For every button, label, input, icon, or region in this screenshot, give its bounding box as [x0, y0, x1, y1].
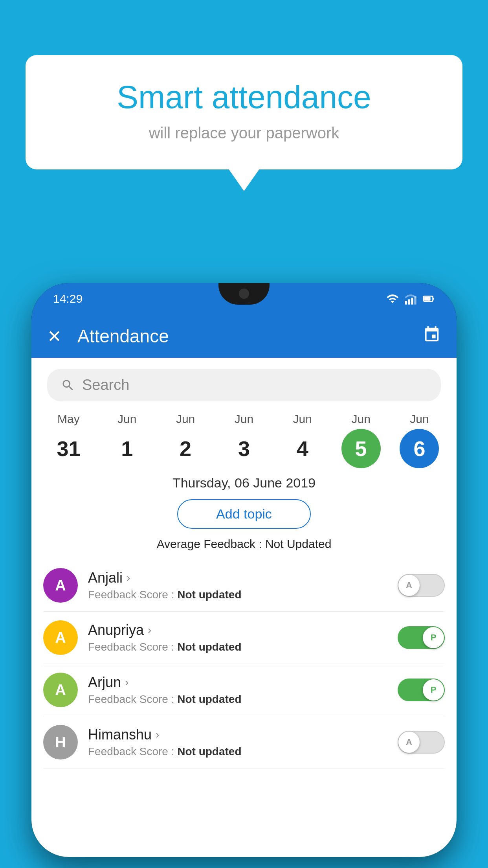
- svg-rect-2: [411, 298, 413, 304]
- toggle-anjali[interactable]: A: [398, 574, 445, 597]
- svg-rect-6: [424, 297, 431, 300]
- avg-feedback: Average Feedback : Not Updated: [31, 537, 457, 551]
- cal-month-5: Jun: [334, 412, 387, 426]
- toggle-knob-anjali: A: [398, 575, 420, 596]
- cal-day-4[interactable]: 4: [276, 429, 329, 468]
- cal-day-2[interactable]: 2: [159, 429, 212, 468]
- search-placeholder: Search: [82, 377, 129, 394]
- cal-month-2: Jun: [159, 412, 212, 426]
- avg-feedback-value: Not Updated: [265, 537, 331, 550]
- calendar-months-row: May Jun Jun Jun Jun Jun Jun: [39, 412, 449, 426]
- cal-month-3: Jun: [217, 412, 270, 426]
- calendar-strip: May Jun Jun Jun Jun Jun Jun 31 1 2 3 4 5…: [31, 412, 457, 468]
- toggle-knob-himanshu: A: [398, 732, 420, 753]
- toggle-anupriya[interactable]: P: [398, 626, 445, 649]
- cal-day-3[interactable]: 3: [217, 429, 270, 468]
- cal-day-0[interactable]: 31: [42, 429, 95, 468]
- student-info-anupriya: Anupriya › Feedback Score : Not updated: [88, 622, 387, 653]
- student-row-anupriya[interactable]: A Anupriya › Feedback Score : Not update…: [43, 612, 445, 664]
- phone-frame: 14:29 ✕ Attendance: [31, 283, 457, 857]
- phone-wrapper: 14:29 ✕ Attendance: [31, 283, 457, 868]
- cal-month-4: Jun: [276, 412, 329, 426]
- svg-rect-5: [433, 298, 434, 300]
- toggle-knob-anupriya: P: [423, 627, 444, 648]
- cal-month-0: May: [42, 412, 95, 426]
- search-icon: [61, 378, 75, 392]
- status-icons: [386, 292, 435, 305]
- speech-bubble: Smart attendance will replace your paper…: [26, 55, 462, 169]
- student-row-himanshu[interactable]: H Himanshu › Feedback Score : Not update…: [43, 716, 445, 769]
- student-name-arjun: Arjun ›: [88, 674, 387, 691]
- student-row-arjun[interactable]: A Arjun › Feedback Score : Not updated P: [43, 664, 445, 716]
- phone-screen: Search May Jun Jun Jun Jun Jun Jun 31 1 …: [31, 358, 457, 857]
- cal-day-num-1: 1: [107, 429, 147, 468]
- avatar-anupriya: A: [43, 620, 78, 655]
- chevron-arjun: ›: [125, 676, 128, 689]
- signal-icon: [404, 292, 417, 305]
- student-name-anjali: Anjali ›: [88, 570, 387, 586]
- speech-bubble-subtitle: will replace your paperwork: [45, 124, 443, 142]
- chevron-anjali: ›: [127, 572, 130, 584]
- toggle-knob-arjun: P: [423, 679, 444, 701]
- avatar-anjali: A: [43, 568, 78, 603]
- calendar-svg: [423, 326, 441, 344]
- cal-day-num-6: 6: [400, 429, 439, 468]
- cal-day-num-5: 5: [341, 429, 381, 468]
- avatar-himanshu: H: [43, 725, 78, 760]
- cal-day-num-3: 3: [224, 429, 264, 468]
- close-button[interactable]: ✕: [47, 326, 62, 346]
- add-topic-button[interactable]: Add topic: [177, 499, 311, 529]
- chevron-anupriya: ›: [148, 624, 151, 636]
- calendar-icon[interactable]: [423, 326, 441, 347]
- app-header: ✕ Attendance: [31, 314, 457, 358]
- svg-rect-0: [405, 301, 407, 304]
- avatar-arjun: A: [43, 673, 78, 707]
- student-feedback-anupriya: Feedback Score : Not updated: [88, 641, 387, 653]
- student-name-himanshu: Himanshu ›: [88, 726, 387, 743]
- cal-day-num-0: 31: [49, 429, 88, 468]
- student-name-anupriya: Anupriya ›: [88, 622, 387, 638]
- calendar-days-row: 31 1 2 3 4 5 6: [39, 429, 449, 468]
- cal-day-6[interactable]: 6: [393, 429, 446, 468]
- toggle-himanshu[interactable]: A: [398, 731, 445, 754]
- cal-day-num-4: 4: [283, 429, 322, 468]
- toggle-arjun[interactable]: P: [398, 679, 445, 701]
- cal-day-num-2: 2: [166, 429, 205, 468]
- search-bar[interactable]: Search: [47, 369, 441, 401]
- chevron-himanshu: ›: [156, 728, 159, 741]
- student-feedback-anjali: Feedback Score : Not updated: [88, 588, 387, 601]
- student-feedback-himanshu: Feedback Score : Not updated: [88, 745, 387, 758]
- cal-day-1[interactable]: 1: [101, 429, 154, 468]
- svg-rect-1: [408, 299, 410, 304]
- cal-day-5[interactable]: 5: [334, 429, 387, 468]
- student-feedback-arjun: Feedback Score : Not updated: [88, 693, 387, 706]
- battery-icon: [422, 292, 435, 305]
- student-row-anjali[interactable]: A Anjali › Feedback Score : Not updated …: [43, 559, 445, 612]
- student-list: A Anjali › Feedback Score : Not updated …: [31, 559, 457, 769]
- phone-camera: [239, 289, 249, 299]
- selected-date-label: Thursday, 06 June 2019: [31, 475, 457, 491]
- avg-feedback-label: Average Feedback :: [157, 537, 265, 550]
- wifi-icon: [386, 292, 399, 305]
- student-info-anjali: Anjali › Feedback Score : Not updated: [88, 570, 387, 601]
- cal-month-1: Jun: [101, 412, 154, 426]
- student-info-arjun: Arjun › Feedback Score : Not updated: [88, 674, 387, 706]
- cal-month-6: Jun: [393, 412, 446, 426]
- student-info-himanshu: Himanshu › Feedback Score : Not updated: [88, 726, 387, 758]
- app-title: Attendance: [77, 326, 407, 347]
- svg-rect-3: [414, 296, 416, 304]
- speech-bubble-title: Smart attendance: [45, 79, 443, 116]
- status-time: 14:29: [53, 292, 83, 305]
- speech-bubble-container: Smart attendance will replace your paper…: [26, 55, 462, 169]
